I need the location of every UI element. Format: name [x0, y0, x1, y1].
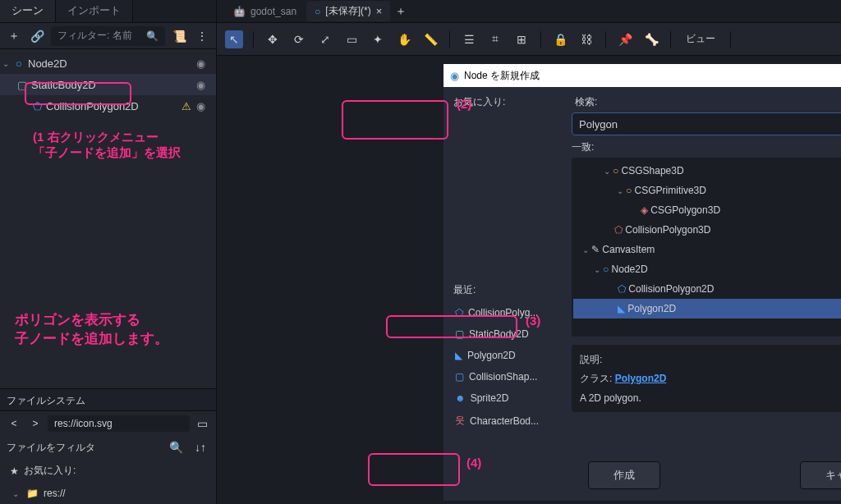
match-collisionpolygon3d[interactable]: ⬠ CollisionPolygon3D [573, 220, 841, 240]
view-menu[interactable]: ビュー [681, 32, 720, 46]
visibility-icon[interactable]: ◉ [196, 100, 211, 112]
recent-collisionpolygon[interactable]: ⬠CollisionPolyg... [453, 304, 563, 322]
desc-text: A 2D polygon. [580, 392, 841, 404]
description-box: 説明: クラス: Polygon2D A 2D polygon. [572, 345, 841, 412]
script-icon[interactable]: 📜 [170, 27, 188, 45]
search-icon[interactable]: 🔍 [167, 438, 185, 456]
recent-collisionshape[interactable]: ▢CollisionShap... [453, 368, 563, 386]
match-label: 一致: [572, 140, 841, 154]
path-row: < > res://icon.svg ▭ [0, 411, 216, 436]
tab-godot-san[interactable]: 🤖 godot_san [225, 2, 305, 21]
folder-icon: 📁 [26, 488, 39, 499]
folder-icon[interactable]: ▭ [193, 415, 211, 433]
search-row: × ★ [572, 112, 841, 135]
recent-staticbody2d[interactable]: ▢StaticBody2D [453, 325, 563, 343]
close-tab-icon[interactable]: × [376, 5, 383, 17]
scene-toolbar: ＋ 🔗 フィルター: 名前 🔍 📜 ⋮ [0, 23, 216, 49]
path-input[interactable]: res://icon.svg [48, 415, 190, 432]
recent-sprite2d[interactable]: ☻Sprite2D [453, 389, 563, 407]
right-area: 🤖 godot_san ○ [未保存](*) × ＋ ↖ ✥ ⟳ ⤢ ▭ ✦ ✋… [217, 0, 841, 504]
ruler-tool-icon[interactable]: 📏 [421, 30, 439, 48]
cancel-button[interactable]: キャンセル [800, 461, 842, 489]
scale-tool-icon[interactable]: ⤢ [316, 30, 334, 48]
bone-icon[interactable]: 🦴 [642, 30, 660, 48]
select-tool-icon[interactable]: ↖ [225, 30, 243, 48]
pan-tool-icon[interactable]: ✋ [395, 30, 413, 48]
match-csgprimitive3d[interactable]: ⌄○ CSGPrimitive3D [573, 181, 841, 200]
scene-tabs: シーン インポート [0, 0, 216, 23]
chevron-down-icon[interactable]: ⌄ [0, 59, 11, 68]
sprite-icon: ☻ [455, 392, 466, 404]
lock-icon[interactable]: 🔒 [551, 30, 569, 48]
add-node-icon[interactable]: ＋ [5, 27, 23, 45]
dialog-left-panel: お気に入り: 最近: ⬠CollisionPolyg... ▢StaticBod… [453, 95, 563, 448]
match-polygon2d[interactable]: ◣ Polygon2D [573, 299, 841, 318]
link-icon[interactable]: 🔗 [28, 27, 46, 45]
match-csgpolygon3d[interactable]: ◈ CSGPolygon3D [573, 200, 841, 220]
class-label: クラス: [580, 373, 612, 384]
res-row[interactable]: ⌄ 📁 res:// [0, 483, 216, 504]
favorites-row: ★ お気に入り: [0, 459, 216, 483]
rotate-tool-icon[interactable]: ⟳ [290, 30, 308, 48]
tree-item-staticbody2d[interactable]: ▢ StaticBody2D ◉ [0, 74, 216, 95]
res-label: res:// [44, 488, 66, 499]
add-tab-icon[interactable]: ＋ [392, 2, 410, 21]
left-panel: シーン インポート ＋ 🔗 フィルター: 名前 🔍 📜 ⋮ ⌄ ○ Node2D… [0, 0, 217, 504]
match-csgshape3d[interactable]: ⌄○ CSGShape3D [573, 161, 841, 181]
class-name-link[interactable]: Polygon2D [615, 373, 667, 384]
recent-label: 最近: [453, 283, 563, 297]
move-tool-icon[interactable]: ✥ [264, 30, 282, 48]
tree-item-node2d[interactable]: ⌄ ○ Node2D ◉ [0, 53, 216, 74]
more-icon[interactable]: ⋮ [193, 27, 211, 45]
forward-icon[interactable]: > [26, 415, 44, 433]
create-node-dialog: ◉ Node を新規作成 ─ ☐ ✕ お気に入り: 最近: ⬠Collision… [443, 64, 841, 501]
search-input[interactable] [579, 118, 841, 131]
poly-icon: ⬠ [455, 307, 463, 318]
recent-characterbody[interactable]: 웃CharacterBod... [453, 410, 563, 431]
match-tree: ⌄○ CSGShape3D ⌄○ CSGPrimitive3D ◈ CSGPol… [572, 158, 841, 337]
canvas-toolbar: ↖ ✥ ⟳ ⤢ ▭ ✦ ✋ 📏 ☰ ⌗ ⊞ 🔒 ⛓ 📌 🦴 ビュー [217, 23, 841, 56]
tab-unsaved[interactable]: ○ [未保存](*) × [306, 1, 390, 21]
file-filter-label: ファイルをフィルタ [7, 441, 160, 455]
search-icon: 🔍 [146, 30, 159, 42]
visibility-icon[interactable]: ◉ [196, 79, 211, 91]
tree-item-collisionpolygon2d[interactable]: ⬠ CollisionPolygon2D ⚠ ◉ [0, 95, 216, 117]
sort-icon[interactable]: ↓↑ [191, 438, 209, 456]
godot-icon: ◉ [450, 70, 459, 82]
node-icon: ○ [315, 6, 320, 17]
dialog-titlebar[interactable]: ◉ Node を新規作成 ─ ☐ ✕ [443, 64, 841, 87]
match-collisionpolygon2d[interactable]: ⬠ CollisionPolygon2D [573, 279, 841, 299]
collisionpoly-icon: ⬠ [30, 100, 44, 112]
match-canvasitem[interactable]: ⌄✎ CanvasItem [573, 240, 841, 259]
staticbody-icon: ▢ [15, 79, 30, 91]
group-icon[interactable]: ⛓ [577, 30, 595, 48]
rect-tool-icon[interactable]: ▭ [342, 30, 361, 48]
scene-tree: ⌄ ○ Node2D ◉ ▢ StaticBody2D ◉ ⬠ Collisio… [0, 49, 216, 388]
recent-polygon2d[interactable]: ◣Polygon2D [453, 346, 563, 364]
visibility-icon[interactable]: ◉ [196, 57, 211, 70]
match-node2d[interactable]: ⌄○ Node2D [573, 259, 841, 279]
chevron-down-icon[interactable]: ⌄ [10, 489, 21, 498]
pivot-tool-icon[interactable]: ✦ [369, 30, 387, 48]
path-text: res://icon.svg [54, 418, 113, 429]
create-button[interactable]: 作成 [588, 461, 660, 489]
warning-icon[interactable]: ⚠ [182, 100, 196, 112]
staticbody-label: StaticBody2D [30, 79, 196, 91]
star-icon: ★ [10, 465, 19, 477]
tab-label: godot_san [250, 6, 296, 17]
desc-label: 説明: [580, 353, 841, 367]
scene-filter[interactable]: フィルター: 名前 🔍 [51, 26, 165, 46]
godot-icon: 🤖 [233, 6, 246, 17]
list-icon[interactable]: ☰ [460, 30, 478, 48]
search-label: 検索: [575, 95, 841, 109]
grid-icon[interactable]: ⌗ [486, 30, 504, 48]
dialog-right-panel: 検索: × ★ 一致: ⌄○ CSGShape3D ⌄○ CSGPrimitiv… [572, 95, 841, 448]
back-icon[interactable]: < [5, 415, 23, 433]
favorites-label: お気に入り: [24, 464, 76, 478]
collisionpoly-label: CollisionPolygon2D [44, 100, 182, 112]
pin-icon[interactable]: 📌 [616, 30, 634, 48]
tab-scene[interactable]: シーン [0, 0, 56, 22]
snap-icon[interactable]: ⊞ [512, 30, 531, 48]
search-box[interactable]: × [572, 112, 841, 135]
tab-import[interactable]: インポート [56, 0, 133, 22]
